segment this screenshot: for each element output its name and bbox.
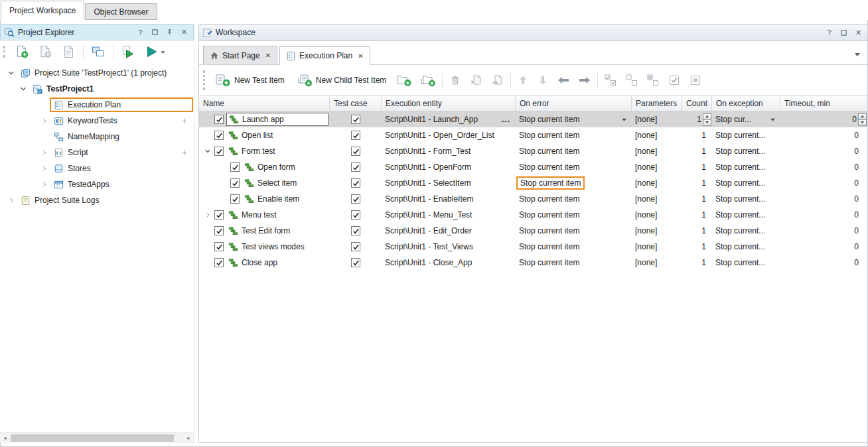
timeout-spinner[interactable] bbox=[858, 113, 867, 126]
name-editor[interactable]: Launch app bbox=[226, 113, 328, 126]
panel-views-button[interactable] bbox=[90, 43, 107, 60]
test-item-row-open-list[interactable]: Open listScript\Unit1 - Open_Order_ListS… bbox=[199, 127, 867, 143]
tree-item-testproject1[interactable]: TestProject1 bbox=[0, 81, 194, 97]
column-header-timeout-min[interactable]: Timeout, min bbox=[780, 96, 867, 111]
doc-tab-start-page[interactable]: Start Page✕ bbox=[203, 46, 277, 64]
indent-left-button[interactable] bbox=[555, 73, 572, 88]
test-item-checkbox[interactable] bbox=[214, 210, 224, 220]
spin-down-button[interactable] bbox=[858, 119, 867, 126]
test-case-checkbox[interactable] bbox=[351, 115, 360, 124]
expander-closed-icon[interactable] bbox=[202, 210, 213, 221]
expander-closed-icon[interactable] bbox=[38, 163, 50, 174]
tree-item-script[interactable]: Script+ bbox=[0, 145, 194, 160]
add-child-item-button[interactable]: + bbox=[182, 116, 187, 125]
test-case-checkbox[interactable] bbox=[351, 258, 360, 267]
float-window-icon[interactable] bbox=[838, 27, 849, 38]
column-header-parameters[interactable]: Parameters bbox=[632, 96, 682, 111]
column-header-test-case[interactable]: Test case bbox=[330, 96, 382, 111]
test-case-checkbox[interactable] bbox=[351, 210, 360, 220]
expander-open-icon[interactable] bbox=[5, 68, 17, 79]
move-up-button[interactable] bbox=[515, 72, 531, 88]
column-header-on-exception[interactable]: On exception bbox=[712, 96, 780, 111]
test-item-checkbox[interactable] bbox=[214, 258, 224, 267]
new-child-group-button[interactable] bbox=[418, 71, 438, 90]
test-item-checkbox[interactable] bbox=[230, 194, 240, 204]
test-item-checkbox[interactable] bbox=[230, 162, 240, 172]
test-case-checkbox[interactable] bbox=[351, 162, 360, 172]
scrollbar-thumb[interactable] bbox=[11, 434, 174, 442]
scroll-right-icon[interactable]: ▸ bbox=[184, 435, 194, 441]
expander-closed-icon[interactable] bbox=[5, 195, 17, 206]
check-all-button[interactable] bbox=[602, 72, 619, 89]
tab-overflow-dropdown-icon[interactable] bbox=[854, 51, 861, 58]
test-case-checkbox[interactable] bbox=[351, 242, 360, 251]
doc-tab-execution-plan[interactable]: Execution Plan✕ bbox=[279, 46, 370, 65]
move-down-button[interactable] bbox=[535, 72, 551, 88]
dropdown-arrow-icon[interactable] bbox=[768, 117, 777, 123]
invert-checks-button[interactable] bbox=[644, 72, 662, 89]
test-case-checkbox[interactable] bbox=[351, 147, 360, 156]
horizontal-scrollbar[interactable]: ◂ ▸ bbox=[0, 432, 194, 443]
scroll-left-icon[interactable]: ◂ bbox=[0, 435, 10, 441]
help-icon[interactable]: ? bbox=[824, 27, 835, 38]
add-new-item-button[interactable] bbox=[13, 43, 31, 60]
run-options-dropdown-icon[interactable] bbox=[160, 49, 166, 55]
test-item-checkbox[interactable] bbox=[214, 115, 224, 124]
tree-item-keywordtests[interactable]: KeywordTests+ bbox=[0, 113, 194, 129]
test-item-row-close-app[interactable]: Close appScript\Unit1 - Close_AppStop cu… bbox=[199, 255, 867, 271]
run-project-button[interactable] bbox=[119, 43, 137, 60]
top-tab-project-workspace[interactable]: Project Workspace bbox=[1, 1, 84, 20]
top-tab-object-browser[interactable]: Object Browser bbox=[85, 3, 157, 20]
test-item-checkbox[interactable] bbox=[214, 131, 224, 140]
close-tab-icon[interactable]: ✕ bbox=[265, 52, 271, 59]
close-icon[interactable]: ✕ bbox=[853, 27, 864, 38]
column-header-on-error[interactable]: On error bbox=[516, 96, 632, 111]
dropdown-arrow-icon[interactable] bbox=[619, 117, 628, 123]
test-item-row-open-form[interactable]: Open formScript\Unit1 - OpenFormStop cur… bbox=[199, 159, 867, 175]
test-case-checkbox[interactable] bbox=[351, 131, 360, 140]
expander-closed-icon[interactable] bbox=[38, 147, 50, 159]
test-item-row-select-item[interactable]: Select itemScript\Unit1 - SelectItemStop… bbox=[199, 175, 867, 191]
test-item-row-form-test[interactable]: Form testScript\Unit1 - Form_TestStop cu… bbox=[199, 143, 867, 159]
export-file-button[interactable] bbox=[60, 43, 77, 60]
entity-ellipsis-button[interactable]: ... bbox=[500, 115, 512, 124]
pin-icon[interactable] bbox=[164, 27, 175, 38]
test-item-checkbox[interactable] bbox=[214, 226, 224, 235]
test-item-row-menu-test[interactable]: Menu testScript\Unit1 - Menu_TestStop cu… bbox=[199, 207, 867, 223]
delete-item-button[interactable] bbox=[447, 72, 464, 89]
column-header-execution-entity[interactable]: Execution entity bbox=[382, 96, 516, 111]
expander-open-icon[interactable] bbox=[17, 84, 29, 95]
tree-item-testedapps[interactable]: TestedApps bbox=[0, 176, 194, 192]
expander-closed-icon[interactable] bbox=[38, 179, 50, 190]
help-icon[interactable]: ? bbox=[135, 27, 146, 38]
test-case-checkbox[interactable] bbox=[351, 178, 360, 188]
test-item-row-enable-item[interactable]: Enable itemScript\Unit1 - EnableItemStop… bbox=[199, 191, 867, 207]
new-file-button[interactable] bbox=[36, 43, 54, 60]
scrollbar-track[interactable] bbox=[10, 433, 184, 443]
test-case-checkbox[interactable] bbox=[351, 226, 360, 235]
copy-item-button[interactable] bbox=[468, 72, 485, 89]
disable-selected-button[interactable] bbox=[687, 72, 704, 89]
test-item-row-test-views-modes[interactable]: Test views modesScript\Unit1 - Test_View… bbox=[199, 239, 867, 255]
test-item-checkbox[interactable] bbox=[230, 178, 240, 188]
toolbar-grip[interactable] bbox=[3, 46, 6, 58]
run-project-suite-button[interactable] bbox=[143, 43, 167, 60]
test-item-checkbox[interactable] bbox=[214, 242, 224, 251]
test-item-row-launch-app[interactable]: Launch appScript\Unit1 - Launch_App...St… bbox=[199, 111, 867, 127]
spin-down-button[interactable] bbox=[703, 119, 711, 126]
indent-right-button[interactable] bbox=[576, 73, 593, 88]
close-icon[interactable]: ✕ bbox=[179, 27, 190, 38]
new-child-test-item-button[interactable]: New Child Test Item bbox=[293, 71, 390, 90]
column-header-name[interactable]: Name bbox=[199, 96, 330, 111]
new-test-item-button[interactable]: New Test Item bbox=[211, 71, 289, 90]
test-item-row-test-edit-form[interactable]: Test Edit formScript\Unit1 - Edit_OrderS… bbox=[199, 223, 867, 239]
uncheck-all-button[interactable] bbox=[623, 72, 640, 89]
tree-item-execution-plan[interactable]: Execution Plan bbox=[0, 97, 194, 113]
test-item-checkbox[interactable] bbox=[214, 147, 224, 156]
move-item-button[interactable] bbox=[489, 72, 506, 89]
tree-item-namemapping[interactable]: NameMapping bbox=[0, 129, 194, 145]
tree-item-project-suite-testproject1-1-project[interactable]: Project Suite 'TestProject1' (1 project) bbox=[0, 65, 194, 81]
close-tab-icon[interactable]: ✕ bbox=[358, 52, 363, 60]
enable-selected-button[interactable] bbox=[666, 72, 683, 89]
new-group-button[interactable] bbox=[394, 71, 414, 90]
